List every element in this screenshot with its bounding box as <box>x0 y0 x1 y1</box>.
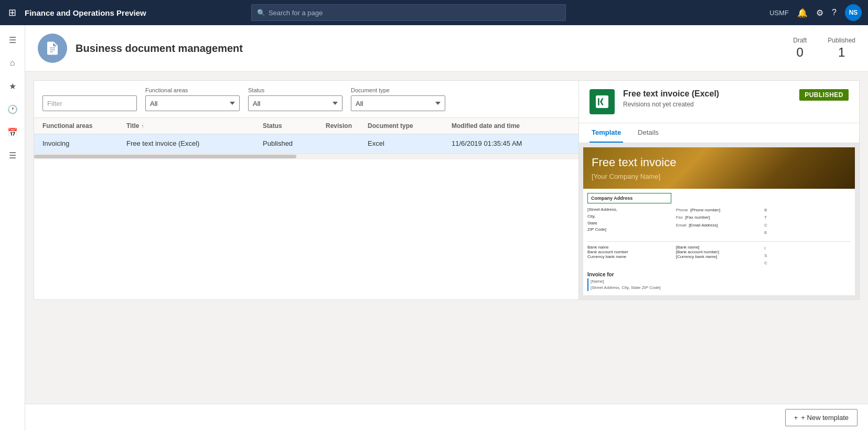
invoice-for-label: Invoice for <box>587 272 851 277</box>
published-badge: PUBLISHED <box>799 89 849 101</box>
scrollbar-area[interactable] <box>34 153 578 159</box>
phone-value: [Phone number] <box>690 208 720 212</box>
company-selector[interactable]: USMF <box>769 9 789 17</box>
grid-menu-icon[interactable]: ⊞ <box>6 5 18 20</box>
email-label: Email <box>676 223 687 228</box>
status-select[interactable]: All <box>248 95 342 111</box>
filter-group-search <box>42 95 137 111</box>
header-stats: Draft 0 Published 1 <box>793 37 855 60</box>
col-document-type: Document type <box>368 122 452 130</box>
notification-icon[interactable]: 🔔 <box>797 8 808 18</box>
fax-value: [Fax number] <box>685 215 710 220</box>
document-type-select[interactable]: All <box>351 95 445 111</box>
published-count: 1 <box>828 45 855 60</box>
addr-line-1: [Street Address, <box>587 207 674 213</box>
bank-left: Bank name Bank account number Currency b… <box>587 245 674 267</box>
cell-title: Free text invoice (Excel) <box>126 139 263 147</box>
sidebar-list[interactable]: ☰ <box>2 145 23 166</box>
invoice-banner: Free text invoice [Your Company Name] <box>583 147 855 189</box>
invoice-preview: Free text invoice [Your Company Name] Co… <box>583 147 855 295</box>
nav-right: USMF 🔔 ⚙ ? NS <box>769 4 862 21</box>
col-revision: Revision <box>326 122 368 130</box>
main-content: Business document management Draft 0 Pub… <box>25 25 868 431</box>
fax-row: Fax [Fax number] <box>676 214 763 221</box>
phone-row: Phone [Phone number] <box>676 207 763 214</box>
settings-icon[interactable]: ⚙ <box>816 8 823 18</box>
search-icon: 🔍 <box>257 9 265 17</box>
help-icon[interactable]: ? <box>832 8 837 17</box>
detail-title: Free text invoice (Excel) <box>623 89 791 99</box>
template-preview: Free text invoice [Your Company Name] Co… <box>579 143 859 299</box>
filter-row: Functional areas All Status All Document… <box>34 81 578 118</box>
detail-tabs: Template Details <box>579 123 859 143</box>
bank-account-value: [Bank account number] <box>676 250 763 254</box>
bottom-bar: + + New template <box>25 404 868 431</box>
tab-template[interactable]: Template <box>590 123 623 143</box>
bank-name-value: [Bank name] <box>676 245 763 250</box>
filter-group-status: Status All <box>248 87 342 111</box>
page-icon <box>38 34 67 63</box>
invoice-for-block: [Name] [Street Address, City, State ZIP … <box>587 278 851 291</box>
status-label: Status <box>248 87 342 93</box>
company-address-label: Company Address <box>587 193 671 203</box>
left-sidebar: ☰ ⌂ ★ 🕐 📅 ☰ <box>0 25 25 431</box>
invoice-for-name: [Name] <box>591 278 851 285</box>
fax-label: Fax <box>676 215 683 220</box>
sidebar-recent[interactable]: 🕐 <box>2 99 23 120</box>
email-row: Email [Email Address] <box>676 222 763 229</box>
scrollbar-thumb[interactable] <box>34 155 296 158</box>
tab-details[interactable]: Details <box>636 123 661 143</box>
top-nav: ⊞ Finance and Operations Preview 🔍 USMF … <box>0 0 868 25</box>
page-header: Business document management Draft 0 Pub… <box>25 25 868 72</box>
sidebar-hamburger[interactable]: ☰ <box>2 29 23 50</box>
new-template-plus-icon: + <box>794 414 798 422</box>
search-bar[interactable]: 🔍 <box>251 4 566 21</box>
draft-count: 0 <box>793 45 807 60</box>
addr-mid: Phone [Phone number] Fax [Fax number] Em… <box>676 207 763 237</box>
col-functional-areas: Functional areas <box>42 122 126 130</box>
sidebar-star[interactable]: ★ <box>2 76 23 96</box>
sort-icon: ↑ <box>141 123 144 129</box>
cell-modified: 11/6/2019 01:35:45 AM <box>452 139 570 147</box>
table-header: Functional areas Title ↑ Status Revision… <box>34 118 578 134</box>
bank-name-label: Bank name <box>587 245 674 250</box>
phone-label: Phone <box>676 208 688 212</box>
bank-right: ISC <box>764 245 851 267</box>
addr-line-4: ZIP Code] <box>587 227 674 233</box>
new-template-button[interactable]: + + New template <box>785 409 858 426</box>
col-title[interactable]: Title ↑ <box>126 122 263 130</box>
addr-line-2: City, <box>587 213 674 220</box>
bank-account-label: Bank account number <box>587 250 674 254</box>
sidebar-calendar[interactable]: 📅 <box>2 122 23 143</box>
addr-left: [Street Address, City, State ZIP Code] <box>587 207 674 237</box>
document-type-label: Document type <box>351 87 445 93</box>
cell-status: Published <box>263 139 326 147</box>
avatar[interactable]: NS <box>845 4 862 21</box>
cell-functional-areas: Invoicing <box>42 139 126 147</box>
email-value: [Email Address] <box>689 223 718 228</box>
new-template-label: + New template <box>801 414 849 422</box>
invoice-body: Company Address [Street Address, City, S… <box>583 189 855 295</box>
preview-inner: Free text invoice [Your Company Name] Co… <box>579 143 859 299</box>
search-input[interactable] <box>269 9 560 17</box>
detail-panel: Free text invoice (Excel) Revisions not … <box>579 80 860 300</box>
app-title: Finance and Operations Preview <box>25 8 146 17</box>
filter-group-doctype: Document type All <box>351 87 445 111</box>
draft-stat: Draft 0 <box>793 37 807 60</box>
draft-label: Draft <box>793 37 807 44</box>
cell-revision <box>326 139 368 147</box>
filter-input[interactable] <box>42 95 137 111</box>
invoice-for-address: [Street Address, City, State ZIP Code] <box>591 285 851 291</box>
detail-revisions-text: Revisions not yet created <box>623 101 791 108</box>
sidebar-home[interactable]: ⌂ <box>2 52 23 73</box>
functional-areas-label: Functional areas <box>145 87 240 93</box>
published-label: Published <box>828 37 855 44</box>
bank-grid: Bank name Bank account number Currency b… <box>587 241 851 267</box>
functional-areas-select[interactable]: All <box>145 95 240 111</box>
currency-label: Currency bank name <box>587 254 674 259</box>
detail-header: Free text invoice (Excel) Revisions not … <box>579 81 859 123</box>
table-row[interactable]: Invoicing Free text invoice (Excel) Publ… <box>34 134 578 153</box>
published-stat: Published 1 <box>828 37 855 60</box>
currency-value: [Currency bank name] <box>676 254 763 259</box>
addr-right: BTCE <box>764 207 851 237</box>
